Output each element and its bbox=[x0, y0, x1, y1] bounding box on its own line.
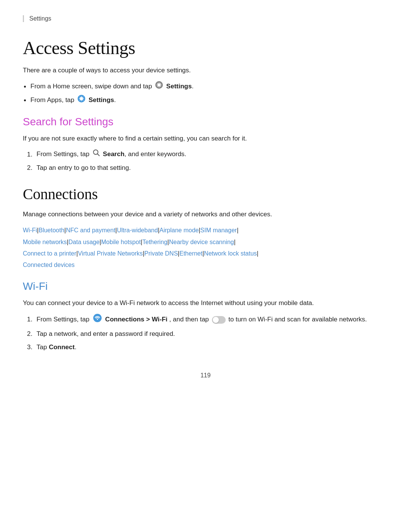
search-step-2-text: Tap an entry to go to that setting. bbox=[37, 164, 131, 171]
link-nearby-device-scanning[interactable]: Nearby device scanning bbox=[169, 239, 234, 245]
svg-point-5 bbox=[97, 319, 98, 320]
gear-colored-icon bbox=[77, 94, 86, 107]
link-data-usage[interactable]: Data usage bbox=[68, 239, 100, 245]
link-private-dns[interactable]: Private DNS bbox=[144, 250, 178, 257]
wifi-step-3-bold: Connect bbox=[49, 343, 75, 351]
connections-intro: Manage connections between your device a… bbox=[23, 209, 388, 219]
bullet-item-2: From Apps, tap Settings. bbox=[30, 94, 388, 107]
search-step-1-after: , and enter keywords. bbox=[124, 151, 186, 158]
connections-links-container: Wi-Fi|Bluetooth|NFC and payment|Ultra-wi… bbox=[23, 225, 388, 271]
wifi-step-2-text: Tap a network, and enter a password if r… bbox=[37, 330, 175, 337]
wifi-title: Wi-Fi bbox=[23, 280, 388, 292]
wifi-step-3-after: . bbox=[75, 343, 76, 351]
sep-11: | bbox=[234, 239, 236, 245]
bullet-2-bold: Settings bbox=[89, 97, 114, 104]
wifi-step-3: Tap Connect. bbox=[34, 342, 388, 353]
wifi-step-1-before: From Settings, tap bbox=[37, 316, 89, 323]
wifi-step-1: From Settings, tap Connections > Wi-Fi ,… bbox=[34, 313, 388, 326]
wifi-step-1-middle: , and then tap bbox=[169, 316, 209, 323]
wifi-steps: From Settings, tap Connections > Wi-Fi ,… bbox=[34, 313, 388, 353]
bullet-1-period: . bbox=[192, 83, 194, 90]
bullet-2-period: . bbox=[114, 97, 116, 104]
link-vpn[interactable]: Virtual Private Networks bbox=[78, 250, 143, 257]
breadcrumb-text: Settings bbox=[29, 15, 51, 22]
wifi-intro: You can connect your device to a Wi-Fi n… bbox=[23, 298, 388, 308]
search-settings-title: Search for Settings bbox=[23, 116, 388, 128]
search-settings-steps: From Settings, tap Search, and enter key… bbox=[34, 149, 388, 174]
gear-gray-icon bbox=[155, 81, 163, 93]
wifi-step-1-after: to turn on Wi-Fi and scan for available … bbox=[228, 316, 367, 323]
wifi-step-3-before: Tap bbox=[37, 343, 49, 351]
link-connected-devices[interactable]: Connected devices bbox=[23, 262, 75, 268]
access-settings-section: Access Settings There are a couple of wa… bbox=[23, 37, 388, 107]
link-tethering[interactable]: Tethering bbox=[142, 239, 167, 245]
search-step-1-bold: Search bbox=[103, 151, 124, 158]
search-settings-intro: If you are not sure exactly where to fin… bbox=[23, 133, 388, 144]
wifi-step-2: Tap a network, and enter a password if r… bbox=[34, 329, 388, 340]
bullet-1-before: From a Home screen, swipe down and tap bbox=[30, 83, 154, 90]
bullet-2-before: From Apps, tap bbox=[30, 97, 76, 104]
svg-point-4 bbox=[93, 314, 102, 322]
connections-title: Connections bbox=[23, 185, 388, 203]
link-nfc[interactable]: NFC and payment bbox=[66, 227, 115, 233]
search-step-1: From Settings, tap Search, and enter key… bbox=[34, 149, 388, 160]
link-airplane-mode[interactable]: Airplane mode bbox=[159, 227, 199, 233]
page-number: 119 bbox=[23, 372, 388, 379]
link-bluetooth[interactable]: Bluetooth bbox=[38, 227, 64, 233]
page-number-text: 119 bbox=[201, 372, 211, 379]
search-step-1-before: From Settings, tap bbox=[37, 151, 89, 158]
link-connect-to-printer[interactable]: Connect to a printer bbox=[23, 250, 76, 257]
wifi-section: Wi-Fi You can connect your device to a W… bbox=[23, 280, 388, 353]
link-mobile-hotspot[interactable]: Mobile hotspot bbox=[101, 239, 141, 245]
link-network-lock[interactable]: Network lock status bbox=[204, 250, 257, 257]
sep-16: | bbox=[257, 250, 258, 257]
access-settings-title: Access Settings bbox=[23, 37, 388, 58]
access-settings-bullets: From a Home screen, swipe down and tap S… bbox=[30, 81, 388, 107]
connections-section: Connections Manage connections between y… bbox=[23, 185, 388, 271]
breadcrumb: Settings bbox=[23, 15, 388, 22]
bullet-1-bold: Settings bbox=[166, 83, 192, 90]
sep-6: | bbox=[237, 227, 238, 233]
bullet-item-1: From a Home screen, swipe down and tap S… bbox=[30, 81, 388, 93]
toggle-icon bbox=[212, 316, 226, 324]
page-container: Settings Access Settings There are a cou… bbox=[0, 0, 411, 402]
search-settings-section: Search for Settings If you are not sure … bbox=[23, 116, 388, 174]
link-sim-manager[interactable]: SIM manager bbox=[200, 227, 237, 233]
wifi-icon bbox=[93, 313, 102, 326]
link-ethernet[interactable]: Ethernet bbox=[179, 250, 202, 257]
link-ultra-wideband[interactable]: Ultra-wideband bbox=[117, 227, 158, 233]
search-icon bbox=[92, 149, 100, 160]
link-mobile-networks[interactable]: Mobile networks bbox=[23, 239, 67, 245]
link-wifi[interactable]: Wi-Fi bbox=[23, 227, 37, 233]
wifi-step-1-bold: Connections > Wi-Fi bbox=[105, 316, 167, 323]
access-settings-intro: There are a couple of ways to access you… bbox=[23, 65, 388, 75]
svg-line-3 bbox=[97, 154, 99, 156]
search-step-2: Tap an entry to go to that setting. bbox=[34, 163, 388, 174]
